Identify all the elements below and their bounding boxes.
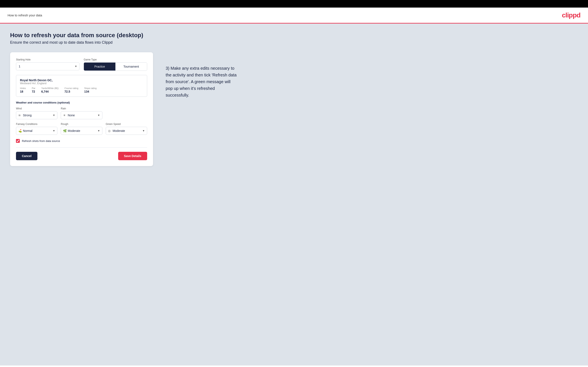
game-type-label: Game Type bbox=[84, 58, 147, 61]
fairway-select[interactable]: Normal bbox=[16, 127, 57, 134]
rain-select[interactable]: None bbox=[61, 111, 102, 119]
logo: clippd bbox=[562, 11, 580, 19]
save-details-button[interactable]: Save Details bbox=[118, 152, 147, 160]
slope-rating-stat: Slope rating 134 bbox=[84, 87, 97, 93]
empty-weather-col bbox=[106, 107, 147, 119]
holes-label: Holes bbox=[20, 87, 26, 89]
weather-row: Wind ≋ Strong ▼ Rain ☀ None bbox=[16, 107, 147, 119]
button-row: Cancel Save Details bbox=[16, 152, 147, 160]
refresh-checkbox-row: Refresh shots from data source bbox=[16, 139, 147, 143]
starting-hole-label: Starting Hole bbox=[16, 58, 79, 61]
course-stats: Holes 18 Par 72 Yards/White (M)) 6,744 C… bbox=[20, 87, 143, 93]
course-name: Royal North Devon GC, bbox=[20, 79, 143, 82]
green-speed-group: Green Speed ◎ Moderate ▼ bbox=[106, 123, 147, 135]
side-text-paragraph: 3) Make any extra edits necessary to the… bbox=[166, 65, 237, 99]
edit-form-card: Starting Hole 1 ▼ Game Type Practice Tou… bbox=[10, 52, 153, 166]
par-value: 72 bbox=[32, 90, 35, 93]
wind-icon: ≋ bbox=[18, 114, 21, 117]
content-row: Starting Hole 1 ▼ Game Type Practice Tou… bbox=[10, 52, 578, 166]
fairway-group: Fairway Conditions ⛳ Normal ▼ bbox=[16, 123, 57, 135]
yards-stat: Yards/White (M)) 6,744 bbox=[41, 87, 59, 93]
practice-button[interactable]: Practice bbox=[84, 63, 115, 71]
fairway-icon: ⛳ bbox=[18, 129, 22, 133]
footer: Copyright Clippd 2022 bbox=[0, 365, 588, 367]
par-stat: Par 72 bbox=[32, 87, 35, 93]
weather-section-title: Weather and course conditions (optional) bbox=[16, 101, 147, 104]
green-speed-select[interactable]: Moderate bbox=[106, 127, 147, 134]
holes-stat: Holes 18 bbox=[20, 87, 26, 93]
game-type-group: Game Type Practice Tournament bbox=[84, 58, 147, 71]
rain-icon: ☀ bbox=[63, 114, 66, 117]
green-speed-label: Green Speed bbox=[106, 123, 147, 125]
rain-label: Rain bbox=[61, 107, 102, 110]
top-bar bbox=[0, 0, 588, 8]
course-location: Westward Ho!, England bbox=[20, 82, 143, 85]
header: How to refresh your data clippd bbox=[0, 8, 588, 24]
rough-label: Rough bbox=[61, 123, 102, 125]
slope-rating-value: 134 bbox=[84, 90, 97, 93]
course-rating-value: 72.5 bbox=[65, 90, 78, 93]
rain-select-wrapper[interactable]: ☀ None ▼ bbox=[61, 111, 102, 119]
green-speed-select-wrapper[interactable]: ◎ Moderate ▼ bbox=[106, 127, 147, 135]
tournament-button[interactable]: Tournament bbox=[115, 63, 147, 71]
par-label: Par bbox=[32, 87, 35, 89]
page-heading: How to refresh your data from source (de… bbox=[10, 32, 578, 39]
main-content: How to refresh your data from source (de… bbox=[0, 24, 588, 365]
fairway-label: Fairway Conditions bbox=[16, 123, 57, 125]
fairway-select-wrapper[interactable]: ⛳ Normal ▼ bbox=[16, 127, 57, 135]
refresh-checkbox[interactable] bbox=[16, 139, 20, 143]
holes-value: 18 bbox=[20, 90, 26, 93]
starting-hole-group: Starting Hole 1 ▼ bbox=[16, 58, 79, 71]
rough-select[interactable]: Moderate bbox=[61, 127, 102, 134]
side-text: 3) Make any extra edits necessary to the… bbox=[166, 52, 237, 99]
starting-game-row: Starting Hole 1 ▼ Game Type Practice Tou… bbox=[16, 58, 147, 71]
header-title: How to refresh your data bbox=[8, 13, 42, 17]
cancel-button[interactable]: Cancel bbox=[16, 152, 37, 160]
divider bbox=[16, 147, 147, 148]
rough-select-wrapper[interactable]: 🌿 Moderate ▼ bbox=[61, 127, 102, 135]
course-rating-stat: Course rating 72.5 bbox=[65, 87, 78, 93]
starting-hole-select-wrapper[interactable]: 1 ▼ bbox=[16, 62, 79, 70]
slope-rating-label: Slope rating bbox=[84, 87, 97, 89]
wind-label: Wind bbox=[16, 107, 57, 110]
yards-label: Yards/White (M)) bbox=[41, 87, 59, 89]
starting-hole-select[interactable]: 1 bbox=[16, 63, 79, 70]
wind-select-wrapper[interactable]: ≋ Strong ▼ bbox=[16, 111, 57, 119]
yards-value: 6,744 bbox=[41, 90, 59, 93]
page-subheading: Ensure the correct and most up to date d… bbox=[10, 40, 578, 45]
green-speed-icon: ◎ bbox=[108, 129, 111, 133]
course-rating-label: Course rating bbox=[65, 87, 78, 89]
wind-group: Wind ≋ Strong ▼ bbox=[16, 107, 57, 119]
course-card: Royal North Devon GC, Westward Ho!, Engl… bbox=[16, 75, 147, 97]
refresh-checkbox-label: Refresh shots from data source bbox=[22, 139, 60, 142]
game-type-toggle: Practice Tournament bbox=[84, 62, 147, 71]
rain-group: Rain ☀ None ▼ bbox=[61, 107, 102, 119]
wind-select[interactable]: Strong bbox=[16, 111, 57, 119]
conditions-row: Fairway Conditions ⛳ Normal ▼ Rough 🌿 bbox=[16, 123, 147, 135]
rough-icon: 🌿 bbox=[63, 129, 67, 133]
rough-group: Rough 🌿 Moderate ▼ bbox=[61, 123, 102, 135]
